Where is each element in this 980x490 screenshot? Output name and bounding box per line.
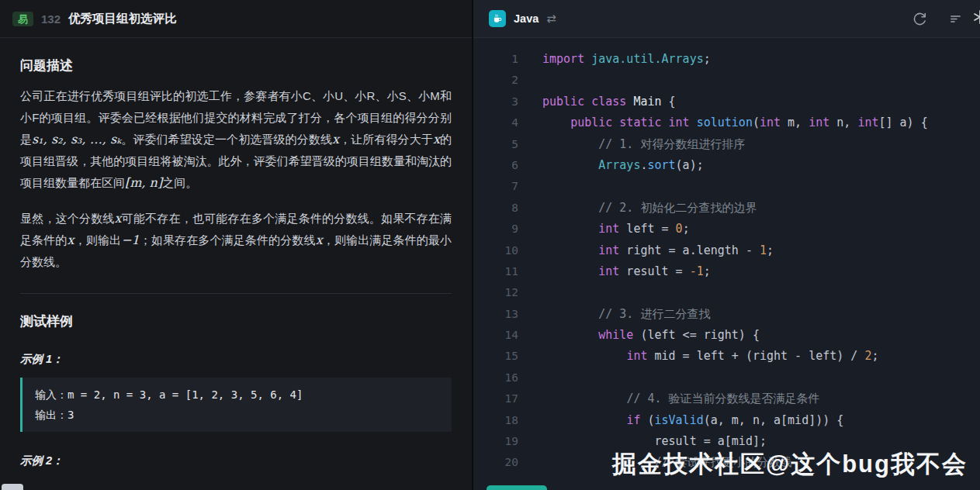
example-label: 示例 2： bbox=[20, 454, 452, 468]
problem-content: 问题描述 公司正在进行优秀项目组评比的初选工作，参赛者有小C、小U、小R、小S、… bbox=[0, 38, 472, 490]
code-line: 14 while (left <= right) { bbox=[473, 325, 980, 346]
line-number: 1 bbox=[473, 49, 518, 70]
code-line: 11 int result = -1; bbox=[473, 261, 980, 282]
line-number: 5 bbox=[473, 134, 518, 155]
line-number: 18 bbox=[473, 410, 518, 431]
problem-paragraph: 显然，这个分数线x可能不存在，也可能存在多个满足条件的分数线。如果不存在满足条件… bbox=[20, 208, 452, 273]
line-number: 3 bbox=[473, 91, 518, 112]
difficulty-badge: 易 bbox=[12, 12, 33, 26]
line-number: 19 bbox=[473, 431, 518, 452]
description-heading: 问题描述 bbox=[20, 57, 452, 74]
reset-code-icon[interactable] bbox=[910, 9, 929, 28]
problem-paragraph: 公司正在进行优秀项目组评比的初选工作，参赛者有小C、小U、小R、小S、小M和小F… bbox=[20, 85, 452, 194]
code-line: 10 int right = a.length - 1; bbox=[473, 240, 980, 261]
line-number: 9 bbox=[473, 219, 518, 240]
line-number: 15 bbox=[473, 346, 518, 367]
math-expression: [m, n] bbox=[125, 175, 162, 190]
example-line: 输出：3 bbox=[35, 405, 439, 425]
code-editor[interactable]: 1import java.util.Arrays;23public class … bbox=[473, 38, 980, 490]
code-line: 3public class Main { bbox=[473, 91, 980, 112]
example-block: 输入：m = 2, n = 3, a = [1, 2, 3, 5, 6, 4]输… bbox=[20, 378, 452, 432]
examples: 示例 1：输入：m = 2, n = 3, a = [1, 2, 3, 5, 6… bbox=[20, 352, 452, 468]
run-button-partial[interactable] bbox=[487, 485, 547, 490]
line-number: 10 bbox=[473, 240, 518, 261]
code-line: 15 int mid = left + (right - left) / 2; bbox=[473, 346, 980, 367]
line-number: 11 bbox=[473, 261, 518, 282]
line-number: 8 bbox=[473, 198, 518, 219]
math-expression: −1 bbox=[121, 233, 140, 247]
code-line: 2 bbox=[473, 70, 980, 91]
line-number: 4 bbox=[473, 112, 518, 133]
line-number: 2 bbox=[473, 70, 518, 91]
line-number: 13 bbox=[473, 304, 518, 325]
code-line: 4 public static int solution(int m, int … bbox=[473, 112, 980, 133]
editor-header: Java ⇄ bbox=[473, 0, 980, 38]
line-number: 17 bbox=[473, 388, 518, 409]
example-line: 输入：m = 2, n = 3, a = [1, 2, 3, 5, 6, 4] bbox=[35, 385, 439, 405]
math-expression: s₁, s₂, s₃, …, sₖ bbox=[32, 132, 121, 147]
problem-panel: 易 132 优秀项目组初选评比 问题描述 公司正在进行优秀项目组评比的初选工作，… bbox=[0, 0, 473, 490]
problem-id: 132 bbox=[41, 12, 61, 26]
math-expression: x bbox=[433, 132, 440, 147]
code-line: 13 // 3. 进行二分查找 bbox=[473, 304, 980, 325]
editor-panel: Java ⇄ 1import java.util.Arrays;23public… bbox=[473, 0, 980, 490]
format-icon[interactable] bbox=[946, 9, 964, 28]
language-label: Java bbox=[514, 12, 538, 25]
math-expression: x bbox=[316, 233, 323, 247]
line-number: 6 bbox=[473, 155, 518, 176]
code-line: 6 Arrays.sort(a); bbox=[473, 155, 980, 176]
code-line: 5 // 1. 对得分数组进行排序 bbox=[473, 134, 980, 155]
code-line: 16 bbox=[473, 368, 980, 388]
code-line: 17 // 4. 验证当前分数线是否满足条件 bbox=[473, 388, 980, 409]
math-expression: x bbox=[332, 132, 339, 147]
code-line: 7 bbox=[473, 176, 980, 197]
problem-title: 优秀项目组初选评比 bbox=[68, 11, 177, 27]
code-line: 8 // 2. 初始化二分查找的边界 bbox=[473, 198, 980, 219]
math-expression: x bbox=[68, 233, 74, 247]
collapse-panel-icon[interactable] bbox=[973, 10, 980, 27]
examples-heading: 测试样例 bbox=[20, 312, 452, 330]
app: 易 132 优秀项目组初选评比 问题描述 公司正在进行优秀项目组评比的初选工作，… bbox=[0, 0, 980, 490]
problem-paragraphs: 公司正在进行优秀项目组评比的初选工作，参赛者有小C、小U、小R、小S、小M和小F… bbox=[20, 85, 452, 273]
code-lines: 1import java.util.Arrays;23public class … bbox=[473, 49, 980, 474]
line-number: 20 bbox=[473, 452, 518, 473]
java-icon bbox=[489, 10, 506, 27]
code-line: 1import java.util.Arrays; bbox=[473, 49, 980, 70]
line-number: 7 bbox=[473, 176, 518, 197]
bottom-scrollbar[interactable] bbox=[2, 484, 23, 490]
example-label: 示例 1： bbox=[20, 352, 452, 367]
section-divider bbox=[20, 293, 452, 294]
line-number: 14 bbox=[473, 325, 518, 346]
code-line: 9 int left = 0; bbox=[473, 219, 980, 240]
problem-header: 易 132 优秀项目组初选评比 bbox=[0, 0, 472, 38]
code-line: 12 bbox=[473, 282, 980, 303]
code-line: 18 if (isValid(a, m, n, a[mid])) { bbox=[473, 410, 980, 431]
line-number: 12 bbox=[473, 282, 518, 303]
line-number: 16 bbox=[473, 368, 518, 388]
watermark: 掘金技术社区@这个bug我不会 bbox=[612, 448, 968, 481]
math-expression: x bbox=[115, 211, 122, 226]
language-switch-icon[interactable]: ⇄ bbox=[546, 12, 556, 26]
